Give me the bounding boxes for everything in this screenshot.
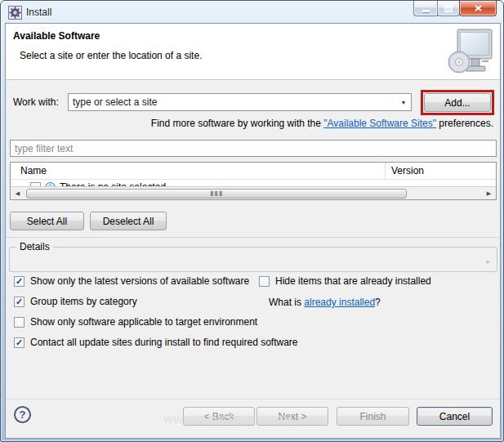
add-button[interactable]: Add... [424, 93, 491, 112]
page-title: Available Software [13, 30, 100, 42]
find-more-hint: Find more software by working with the "… [151, 118, 493, 129]
maximize-button[interactable] [437, 1, 460, 16]
minimize-icon [422, 10, 430, 12]
install-dialog-window: Install Available Software [0, 0, 504, 442]
already-installed-link[interactable]: already installed [304, 297, 375, 308]
hint-prefix: Find more software by working with the [151, 118, 323, 129]
horizontal-scrollbar[interactable]: ◀ ▮▮▮ ▶ [11, 186, 496, 199]
column-header-name[interactable]: Name [20, 165, 47, 176]
checkbox[interactable] [259, 276, 270, 287]
scroll-right-icon[interactable]: ▶ [482, 187, 496, 200]
monitor-cd-icon [446, 28, 493, 77]
option-label: Contact all update sites during install … [30, 337, 298, 348]
chevron-down-icon[interactable]: ▼ [396, 100, 411, 105]
software-table: Name Version i There is no site selected… [10, 162, 497, 200]
whatis-prefix: What is [269, 297, 304, 308]
separator [6, 237, 500, 238]
work-with-combobox[interactable]: type or select a site ▼ [68, 93, 412, 111]
dialog-body: Available Software Select a site or ente… [5, 23, 501, 439]
deselect-all-button[interactable]: Deselect All [90, 212, 167, 230]
checkbox[interactable]: ✓ [14, 297, 25, 307]
filter-input[interactable] [10, 140, 497, 157]
close-icon [475, 5, 482, 11]
option-contact-update-sites[interactable]: ✓ Contact all update sites during instal… [14, 337, 298, 348]
annotation-highlight: Add... [421, 90, 494, 115]
select-all-button[interactable]: Select All [10, 212, 84, 230]
scroll-up-icon[interactable]: ▲ [485, 259, 490, 264]
option-latest-versions[interactable]: ✓ Show only the latest versions of avail… [14, 275, 249, 287]
wizard-header: Available Software Select a site or ente… [6, 24, 500, 80]
checkbox[interactable] [14, 317, 25, 328]
cancel-button[interactable]: Cancel [417, 407, 493, 426]
scroll-left-icon[interactable]: ◀ [11, 187, 25, 200]
checkbox[interactable]: ✓ [14, 276, 25, 287]
page-subtitle: Select a site or enter the location of a… [20, 50, 202, 61]
separator [6, 399, 500, 400]
gear-icon [8, 6, 22, 20]
help-button[interactable]: ? [14, 406, 31, 423]
option-label: Show only the latest versions of availab… [30, 275, 249, 287]
checkbox[interactable]: ✓ [14, 337, 25, 348]
option-label: Show only software applicable to target … [30, 316, 257, 328]
finish-button: Finish [337, 407, 409, 426]
table-header[interactable]: Name Version [11, 163, 496, 180]
option-label: Hide items that are already installed [275, 275, 431, 287]
minimize-button[interactable] [413, 1, 438, 16]
column-header-version[interactable]: Version [391, 165, 424, 176]
back-button: < Back [183, 407, 255, 426]
work-with-label: Work with: [13, 96, 59, 108]
option-hide-installed[interactable]: Hide items that are already installed [259, 275, 431, 287]
combo-value: type or select a site [69, 96, 396, 108]
what-is-installed-text: What is already installed? [269, 297, 381, 308]
option-target-environment[interactable]: Show only software applicable to target … [14, 316, 257, 328]
column-divider[interactable] [385, 163, 386, 180]
help-icon: ? [20, 409, 26, 421]
titlebar[interactable]: Install [1, 1, 503, 24]
window-title: Install [26, 7, 51, 18]
details-group-label: Details [16, 241, 53, 252]
scrollbar-thumb[interactable]: ▮▮▮ [26, 189, 407, 199]
details-group: ▲ [9, 247, 497, 272]
hint-suffix: preferences. [436, 118, 493, 129]
whatis-suffix: ? [375, 297, 381, 308]
available-software-sites-link[interactable]: "Available Software Sites" [323, 118, 436, 129]
option-group-by-category[interactable]: ✓ Group items by category [14, 296, 137, 307]
scrollbar-grip: ▮▮▮ [210, 191, 223, 196]
restore-icon [444, 5, 453, 12]
next-button: Next > [256, 407, 328, 426]
close-button[interactable] [459, 1, 497, 16]
option-label: Group items by category [30, 296, 137, 307]
